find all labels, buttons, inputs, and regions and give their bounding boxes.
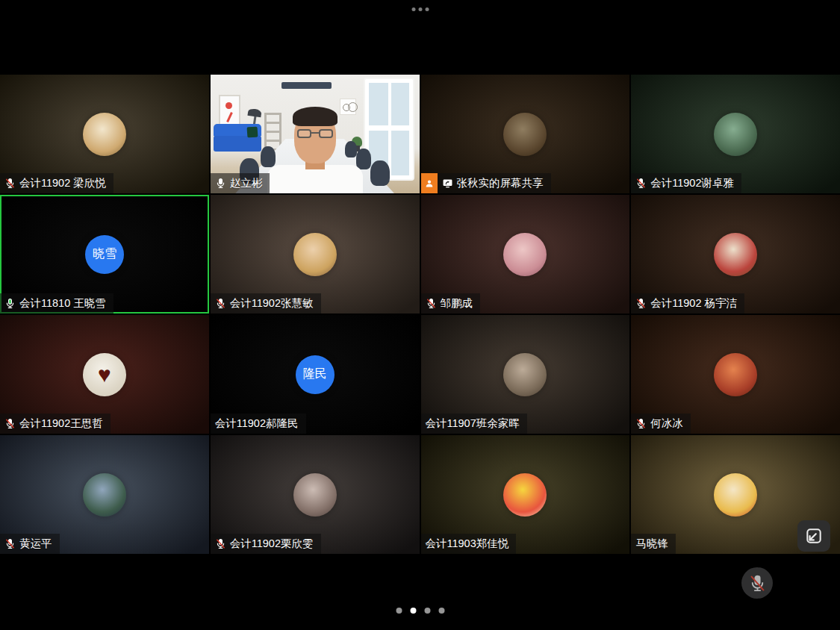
pop-out-view-button[interactable]	[797, 520, 830, 552]
participant-name: 马晓锋	[635, 537, 668, 551]
participant-tile[interactable]: 会计11902栗欣雯	[211, 435, 420, 554]
mic-muted-icon	[4, 178, 16, 189]
avatar	[83, 113, 126, 156]
participant-name: 赵立彬	[230, 176, 263, 190]
page-dot[interactable]	[424, 608, 430, 614]
mic-toggle-button[interactable]	[741, 567, 773, 599]
page-dot[interactable]	[410, 608, 416, 614]
participant-name-label: 会计11903郑佳悦	[421, 534, 517, 554]
participant-name-label: 会计11902郝隆民	[211, 414, 306, 434]
meeting-stage: 会计11902 梁欣悦	[0, 0, 840, 630]
avatar: 隆民	[296, 355, 335, 394]
participant-tile[interactable]: 张秋实的屏幕共享	[421, 75, 630, 193]
participant-name-label: 会计11902王思哲	[0, 414, 111, 434]
avatar	[714, 233, 757, 276]
participant-name: 会计11902张慧敏	[230, 296, 314, 311]
participant-tile[interactable]: 黄运平	[0, 435, 209, 554]
avatar: ♥	[83, 353, 126, 396]
participant-name: 会计11907班余家晖	[426, 417, 520, 431]
participant-tile[interactable]: 会计11902 杨宇洁	[631, 195, 840, 314]
mic-muted-icon	[215, 538, 226, 549]
avatar	[503, 113, 547, 156]
avatar	[714, 353, 757, 396]
participant-name-label: 赵立彬	[211, 173, 270, 193]
participant-tile[interactable]: 隆民 会计11902郝隆民	[211, 315, 420, 434]
participant-name-label: 马晓锋	[631, 534, 676, 554]
participant-grid: 会计11902 梁欣悦	[0, 75, 840, 554]
more-options-indicator[interactable]	[411, 7, 429, 11]
participant-name: 会计11902 杨宇洁	[650, 296, 737, 311]
screen-share-icon	[442, 178, 453, 189]
participant-name-label: 邹鹏成	[421, 293, 481, 314]
page-dot[interactable]	[396, 608, 402, 614]
avatar	[714, 473, 757, 517]
participant-name-label: 黄运平	[0, 534, 60, 554]
participant-name-label: 会计11902 杨宇洁	[631, 293, 744, 314]
mic-muted-icon	[215, 298, 226, 309]
avatar	[293, 233, 337, 276]
participant-tile[interactable]: 会计11902 梁欣悦	[0, 75, 209, 193]
avatar	[503, 473, 547, 517]
arrow-to-corner-icon	[804, 526, 824, 546]
participant-name: 何冰冰	[650, 417, 683, 431]
participant-name: 会计11902王思哲	[19, 417, 103, 431]
page-dot[interactable]	[438, 608, 444, 614]
participant-name: 会计11902 梁欣悦	[19, 176, 106, 190]
mic-muted-icon	[748, 574, 767, 593]
avatar	[503, 353, 547, 396]
participant-name-label: 会计11810 王晓雪	[0, 293, 113, 314]
participant-tile[interactable]: 赵立彬	[211, 75, 420, 193]
mic-muted-icon	[635, 178, 647, 189]
pagination-dots	[396, 608, 444, 614]
mic-muted-icon	[4, 538, 16, 549]
avatar	[83, 473, 126, 517]
participant-name: 会计11902谢卓雅	[650, 176, 734, 190]
avatar	[714, 113, 757, 156]
avatar	[293, 473, 337, 517]
person-icon	[424, 178, 435, 189]
mic-muted-icon	[635, 298, 647, 309]
participant-tile[interactable]: 会计11902谢卓雅	[631, 75, 840, 193]
participant-name: 邹鹏成	[441, 296, 473, 311]
mic-muted-icon	[426, 298, 437, 309]
mic-speaking-icon	[4, 298, 16, 309]
participant-name-label: 会计11902张慧敏	[211, 293, 321, 314]
participant-tile[interactable]: 会计11907班余家晖	[421, 315, 630, 434]
participant-name-label: 何冰冰	[631, 414, 691, 434]
participant-tile[interactable]: 晓雪 会计11810 王晓雪	[0, 195, 209, 314]
participant-tile[interactable]: ♥ 会计11902王思哲	[0, 315, 209, 434]
participant-name-label: 会计11902栗欣雯	[211, 534, 321, 554]
participant-name-label: 张秋实的屏幕共享	[421, 173, 551, 193]
sharer-badge	[421, 173, 438, 193]
mic-muted-icon	[635, 418, 647, 429]
mic-muted-icon	[4, 418, 16, 429]
participant-name: 会计11810 王晓雪	[19, 296, 106, 311]
participant-name-label: 会计11902谢卓雅	[631, 173, 741, 193]
participant-tile[interactable]: 何冰冰	[631, 315, 840, 434]
participant-tile[interactable]: 会计11903郑佳悦	[421, 435, 630, 554]
participant-name: 黄运平	[19, 537, 52, 551]
participant-tile[interactable]: 邹鹏成	[421, 195, 630, 314]
participant-name: 会计11903郑佳悦	[426, 537, 509, 551]
mic-on-icon	[215, 178, 226, 189]
participant-name: 会计11902郝隆民	[215, 417, 299, 431]
avatar: 晓雪	[85, 235, 124, 274]
participant-name: 张秋实的屏幕共享	[457, 176, 544, 190]
participant-tile[interactable]: 会计11902张慧敏	[211, 195, 420, 314]
participant-name-label: 会计11907班余家晖	[421, 414, 527, 434]
participant-name: 会计11902栗欣雯	[230, 537, 314, 551]
avatar	[503, 233, 547, 276]
participant-name-label: 会计11902 梁欣悦	[0, 173, 113, 193]
